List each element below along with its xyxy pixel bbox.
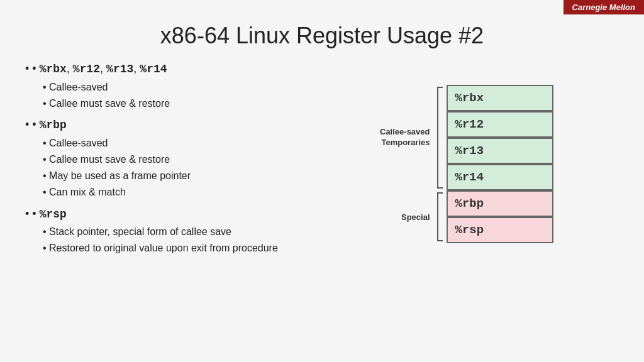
reg-box-rbp: %rbp <box>447 190 553 217</box>
reg-box-rbx: %rbx <box>447 85 553 111</box>
bullet-list: • %rbx, %r12, %r13, %r14 Callee-saved Ca… <box>25 60 367 261</box>
reg-box-r14: %r14 <box>447 164 553 190</box>
slide-title: x86-64 Linux Register Usage #2 <box>0 23 644 49</box>
bullet-sub-callee-saved-2: Callee-saved <box>25 136 367 151</box>
register-code-r12: %r12 <box>73 63 100 75</box>
reg-box-r12: %r12 <box>447 111 553 138</box>
bullet-sub-mix-match: Can mix & match <box>25 185 367 200</box>
bullet-label-rsp: • %rsp <box>25 206 367 224</box>
special-bracket <box>434 190 445 243</box>
callee-saved-label: Callee-savedTemporaries <box>380 127 430 148</box>
reg-box-rsp: %rsp <box>447 217 553 243</box>
bullet-sub-restored: Restored to original value upon exit fro… <box>25 241 367 256</box>
callee-bracket <box>434 85 445 190</box>
register-code-rbp: %rbp <box>40 119 67 131</box>
register-code-r13: %r13 <box>106 63 133 75</box>
bullet-group-rbx: • %rbx, %r12, %r13, %r14 Callee-saved Ca… <box>25 60 367 111</box>
register-diagram: Callee-savedTemporaries Special %rb <box>380 60 619 261</box>
bullet-group-rsp: • %rsp Stack pointer, special form of ca… <box>25 206 367 256</box>
cmu-brand-bar: Carnegie Mellon <box>564 0 644 14</box>
special-label: Special <box>401 212 430 222</box>
register-code-rsp: %rsp <box>40 208 67 221</box>
bullet-label-rbx: • %rbx, %r12, %r13, %r14 <box>25 60 367 79</box>
bullet-label-rbp: • %rbp <box>25 116 367 134</box>
bullet-sub-callee-saved-1: Callee-saved <box>25 80 367 96</box>
bullet-sub-callee-restore-2: Callee must save & restore <box>25 152 367 168</box>
bullet-group-rbp: • %rbp Callee-saved Callee must save & r… <box>25 116 367 200</box>
bullet-sub-frame-pointer: May be used as a frame pointer <box>25 168 367 184</box>
register-boxes-column: %rbx %r12 %r13 %r14 %rbp %rsp <box>447 85 553 243</box>
register-code-rbx: %rbx <box>40 63 67 75</box>
reg-box-r13: %r13 <box>447 138 553 164</box>
bullet-sub-stack-pointer: Stack pointer, special form of callee sa… <box>25 224 367 240</box>
bullet-sub-callee-restore-1: Callee must save & restore <box>25 96 367 112</box>
register-code-r14: %r14 <box>140 63 167 75</box>
slide-body: • %rbx, %r12, %r13, %r14 Callee-saved Ca… <box>0 60 644 261</box>
